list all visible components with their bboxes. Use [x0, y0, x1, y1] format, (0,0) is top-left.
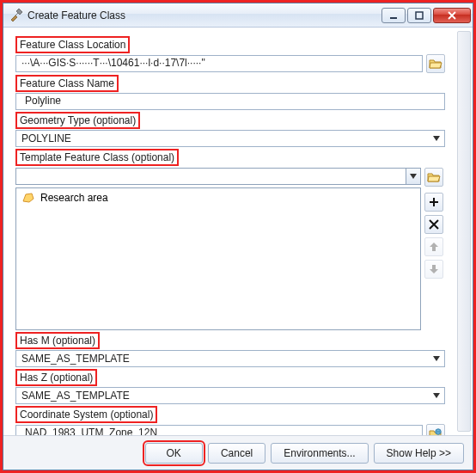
hasz-dropdown[interactable]: SAME_AS_TEMPLATE — [15, 387, 445, 404]
window-title: Create Feature Class — [27, 9, 381, 22]
globe-folder-icon — [429, 427, 442, 435]
vertical-scrollbar[interactable] — [457, 31, 471, 432]
label-hasz: Has Z (optional) — [15, 369, 97, 386]
dialog-window: Create Feature Class Feature Class Locat… — [3, 3, 473, 470]
browse-coord-button[interactable] — [426, 424, 445, 435]
titlebar: Create Feature Class — [3, 3, 473, 28]
geom-type-value: POLYLINE — [21, 132, 71, 144]
x-icon — [429, 219, 439, 230]
location-input[interactable]: ···\A···GIS·S······T···\10461···l·d··17\… — [15, 55, 423, 72]
name-input[interactable]: Polyline — [15, 93, 445, 110]
arrow-up-icon — [429, 242, 439, 252]
folder-open-icon — [429, 58, 442, 70]
button-bar: OK Cancel Environments... Show Help >> — [3, 435, 473, 470]
browse-location-button[interactable] — [426, 54, 445, 73]
hasm-value: SAME_AS_TEMPLATE — [21, 353, 130, 365]
list-item[interactable]: Research area — [16, 188, 420, 207]
chevron-down-icon — [430, 353, 442, 365]
chevron-down-icon — [430, 132, 442, 144]
chevron-down-icon — [430, 390, 442, 402]
minimize-button[interactable] — [381, 8, 406, 23]
label-hasm: Has M (optional) — [15, 332, 100, 349]
move-up-button[interactable] — [424, 237, 443, 256]
polygon-icon — [21, 192, 35, 204]
content-area: Feature Class Location ···\A···GIS·S····… — [3, 28, 473, 435]
folder-open-icon — [427, 171, 441, 183]
svg-rect-1 — [416, 12, 423, 19]
add-button[interactable] — [424, 193, 443, 212]
maximize-button[interactable] — [407, 8, 431, 23]
close-button[interactable] — [433, 8, 471, 23]
geom-type-dropdown[interactable]: POLYLINE — [15, 130, 445, 147]
cancel-button[interactable]: Cancel — [208, 443, 265, 464]
arrow-down-icon — [429, 264, 439, 274]
list-item-label: Research area — [40, 192, 108, 204]
ok-button[interactable]: OK — [145, 443, 203, 464]
label-coord: Coordinate System (optional) — [15, 406, 157, 423]
label-template: Template Feature Class (optional) — [15, 149, 179, 166]
coord-input[interactable]: NAD_1983_UTM_Zone_12N — [15, 425, 423, 435]
svg-rect-0 — [390, 17, 397, 19]
remove-button[interactable] — [424, 215, 443, 234]
label-geom: Geometry Type (optional) — [15, 112, 140, 129]
label-name: Feature Class Name — [15, 75, 119, 92]
browse-template-button[interactable] — [424, 168, 443, 187]
move-down-button[interactable] — [424, 260, 443, 279]
label-location: Feature Class Location — [15, 36, 130, 53]
plus-icon — [429, 197, 439, 207]
chevron-down-icon — [406, 169, 420, 184]
show-help-button[interactable]: Show Help >> — [374, 443, 464, 464]
template-listbox[interactable]: Research area — [15, 187, 421, 330]
hasz-value: SAME_AS_TEMPLATE — [21, 390, 130, 402]
hammer-icon — [9, 9, 22, 22]
hasm-dropdown[interactable]: SAME_AS_TEMPLATE — [15, 350, 445, 367]
environments-button[interactable]: Environments... — [271, 443, 368, 464]
template-combo[interactable] — [15, 168, 421, 185]
